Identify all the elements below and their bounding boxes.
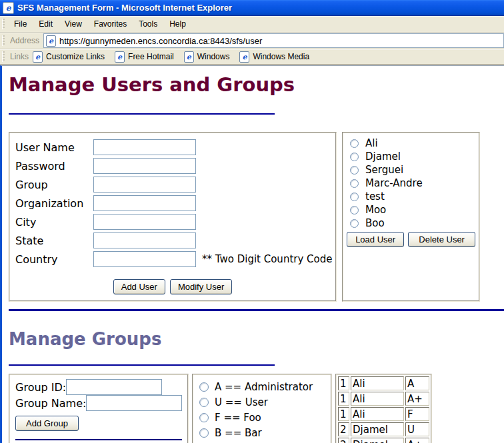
user-list-panel: Ali Djamel Serguei Marc-Andre test	[342, 132, 480, 302]
field-row: Country ** Two Digit Country Code	[15, 250, 330, 268]
user-radio-row[interactable]: Marc-Andre	[347, 177, 475, 190]
menu-view[interactable]: View	[59, 17, 88, 31]
group-type-radio-row[interactable]: A+ == A+ Students	[197, 440, 327, 443]
table-row: 1 Ali A+	[338, 392, 429, 406]
ie-window-icon: e	[3, 2, 14, 14]
password-label: Password	[15, 160, 93, 173]
user-radio-row[interactable]: test	[347, 190, 475, 203]
links-label: Links	[10, 52, 29, 61]
load-user-button[interactable]: Load User	[347, 232, 404, 247]
menu-tools[interactable]: Tools	[133, 17, 163, 31]
radio-icon[interactable]	[350, 206, 359, 215]
user-radio-row[interactable]: Ali	[347, 137, 475, 150]
table-row: 1 Ali F	[338, 407, 429, 421]
group-name-label: Group Name:	[15, 397, 86, 410]
group-id-input[interactable]	[66, 379, 162, 395]
table-row: 1 Ali A	[338, 376, 429, 390]
user-radio-row[interactable]: Boo	[347, 217, 475, 230]
field-row: State	[15, 231, 330, 250]
ie-page-icon: e	[46, 35, 56, 47]
organization-label: Organization	[15, 197, 93, 210]
link-windows[interactable]: e Windows	[184, 51, 230, 63]
heading-manage-users: Manage Users and Groups	[9, 73, 504, 97]
group-type-radio-row[interactable]: U == User	[197, 394, 327, 410]
radio-icon[interactable]	[350, 219, 359, 228]
add-group-button[interactable]: Add Group	[15, 416, 79, 431]
user-radio-row[interactable]: Djamel	[347, 150, 475, 163]
group-input[interactable]	[93, 177, 196, 193]
field-row: Group	[15, 175, 330, 194]
field-row: Organization	[15, 194, 330, 213]
toolbar-grip[interactable]	[2, 51, 5, 62]
toolbar-grip[interactable]	[2, 19, 5, 29]
delete-user-button[interactable]: Delete User	[408, 232, 475, 247]
window-title: SFS Management Form - Microsoft Internet…	[17, 3, 232, 13]
link-windows-media[interactable]: e Windows Media	[239, 51, 309, 63]
radio-icon[interactable]	[350, 153, 359, 161]
add-user-button[interactable]: Add User	[113, 279, 165, 294]
radio-icon[interactable]	[350, 166, 359, 175]
radio-icon[interactable]	[199, 398, 209, 407]
city-input[interactable]	[93, 214, 196, 230]
user-radio-row[interactable]: Serguei	[347, 163, 475, 177]
heading-rule	[9, 364, 275, 366]
table-row: 2 Djamel A+	[338, 438, 429, 443]
link-customize-links[interactable]: e Customize Links	[33, 51, 105, 63]
field-row: User Name	[15, 138, 330, 157]
heading-manage-groups: Manage Groups	[9, 329, 504, 350]
user-name-input[interactable]	[93, 139, 196, 155]
address-label: Address	[10, 36, 39, 45]
address-bar: Address e https://gunnymeden.encs.concor…	[0, 33, 504, 49]
group-form-panel: Group ID: Group Name: Add Group User:	[9, 374, 189, 443]
link-free-hotmail[interactable]: e Free Hotmail	[115, 51, 174, 63]
field-row: Password	[15, 157, 330, 175]
table-row: 2 Djamel U	[338, 422, 429, 436]
group-form-divider	[15, 439, 182, 440]
user-form-panel: User Name Password Group Organization Ci…	[9, 132, 337, 302]
membership-table: 1 Ali A 1 Ali A+ 1 Ali F 2	[335, 374, 432, 443]
radio-icon[interactable]	[199, 413, 209, 422]
address-input[interactable]: e https://gunnymeden.encs.concordia.ca:8…	[43, 33, 504, 48]
country-label: Country	[15, 253, 93, 266]
menu-bar: File Edit View Favorites Tools Help	[0, 16, 504, 33]
password-input[interactable]	[93, 158, 196, 174]
user-name-label: User Name	[15, 141, 93, 154]
radio-icon[interactable]	[350, 139, 359, 148]
radio-icon[interactable]	[350, 179, 359, 188]
user-radio-row[interactable]: Moo	[347, 203, 475, 217]
toolbar-grip[interactable]	[2, 35, 5, 46]
group-id-label: Group ID:	[15, 381, 66, 394]
group-type-radio-row[interactable]: F == Foo	[197, 410, 327, 425]
browser-window: e SFS Management Form - Microsoft Intern…	[0, 0, 504, 443]
ie-link-icon: e	[115, 51, 125, 63]
heading-rule	[9, 113, 275, 115]
group-type-radio-row[interactable]: A == Administrator	[197, 379, 327, 394]
group-type-radio-row[interactable]: B == Bar	[197, 425, 327, 440]
ie-link-icon: e	[184, 51, 194, 63]
country-note: ** Two Digit Country Code	[202, 253, 332, 265]
page-content: Manage Users and Groups User Name Passwo…	[0, 65, 504, 443]
ie-link-icon: e	[239, 51, 249, 63]
city-label: City	[15, 216, 93, 228]
menu-help[interactable]: Help	[163, 17, 192, 31]
group-label: Group	[15, 179, 93, 191]
state-label: State	[15, 234, 93, 247]
organization-input[interactable]	[93, 195, 196, 211]
menu-favorites[interactable]: Favorites	[88, 17, 133, 31]
country-input[interactable]	[93, 251, 196, 267]
radio-icon[interactable]	[199, 428, 209, 438]
state-input[interactable]	[93, 232, 196, 248]
menu-file[interactable]: File	[8, 17, 33, 31]
address-url: https://gunnymeden.encs.concordia.ca:844…	[59, 36, 262, 46]
group-types-panel: A == Administrator U == User F == Foo B …	[192, 374, 332, 443]
section-divider	[9, 309, 504, 311]
radio-icon[interactable]	[350, 193, 359, 201]
links-bar: Links e Customize Links e Free Hotmail e…	[0, 49, 504, 65]
menu-edit[interactable]: Edit	[33, 17, 59, 31]
ie-link-icon: e	[33, 51, 43, 63]
field-row: City	[15, 213, 330, 231]
group-name-input[interactable]	[86, 395, 182, 411]
radio-icon[interactable]	[199, 382, 209, 392]
title-bar: e SFS Management Form - Microsoft Intern…	[0, 0, 504, 16]
modify-user-button[interactable]: Modify User	[170, 279, 232, 294]
